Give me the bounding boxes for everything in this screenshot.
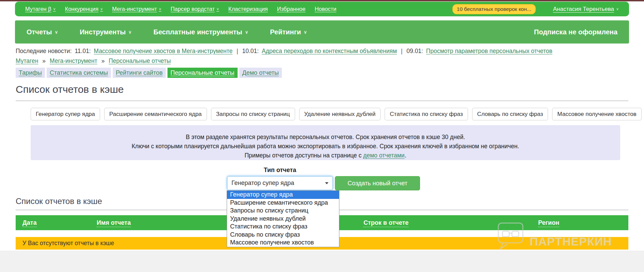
breadcrumb-link-personal-reports[interactable]: Персональные отчеты: [109, 57, 171, 64]
breadcrumb: Мутаген » Мега-инструмент » Персональные…: [16, 57, 424, 65]
news-date: 10.01:: [242, 48, 259, 54]
breadcrumb-link-mega-instrument[interactable]: Мега-инструмент: [50, 57, 97, 64]
tab-statistika-sistemy[interactable]: Статистика системы: [47, 68, 111, 78]
chevron-down-icon: [245, 30, 248, 35]
column-header-rows[interactable]: Строк в отчете: [364, 219, 408, 227]
chevron-down-icon: [216, 7, 219, 11]
topnav-item-parser-wordstat[interactable]: Парсер вордстат: [171, 6, 219, 12]
info-line-1: В этом разделе хранятся результаты персо…: [31, 133, 620, 142]
news-link[interactable]: Просмотр параметров персональных отчетов: [426, 48, 552, 54]
mainnav-item-reitingi[interactable]: Рейтинги: [270, 28, 307, 36]
user-menu[interactable]: Анастасия Терентьева: [553, 6, 619, 13]
tab-demo-otchety[interactable]: Демо отчеты: [239, 68, 282, 78]
info-box: В этом разделе хранятся результаты персо…: [31, 125, 620, 160]
breadcrumb-separator: »: [101, 57, 105, 64]
report-btn-massovoe-poluchenie[interactable]: Массовое получение хвостов: [552, 108, 641, 120]
top-navbar: Мутаген β Конкуренция Мега-инструмент Па…: [15, 2, 629, 16]
report-btn-rasshirenie-yadra[interactable]: Расширение семантического ядра: [104, 108, 207, 120]
chevron-down-icon: [55, 30, 58, 35]
topnav-label: Мутаген β: [25, 6, 51, 12]
topnav-item-novosti[interactable]: Новости: [315, 6, 336, 12]
chevron-down-icon: [53, 7, 56, 11]
report-btn-statistika-fraz[interactable]: Статистика по списку фраз: [385, 108, 468, 120]
dropdown-option-slovar-fraz[interactable]: Словарь по списку фраз: [227, 231, 339, 239]
mainnav-label: Бесплатные инструменты: [154, 28, 242, 36]
section-tabs: Тарифы Статистика системы Рейтинги сайто…: [16, 68, 282, 78]
info-line-3-suffix: .: [405, 152, 406, 159]
partnerkin-watermark: ПАРТНЕРКИН: [496, 222, 612, 250]
column-header-report-name[interactable]: Имя отчета: [97, 219, 131, 227]
topnav-item-klasterizacia[interactable]: Кластеризация: [228, 6, 268, 12]
section-title: Список отчетов в кэше: [16, 197, 102, 206]
news-date: 11.01:: [75, 48, 91, 54]
create-report-button[interactable]: Создать новый отчет: [335, 176, 420, 190]
latest-news-line: Последние новости: 11.01: Массовое получ…: [16, 48, 628, 55]
mainnav-label: Инструменты: [80, 28, 126, 36]
dropdown-option-zaprosy-po-spisku[interactable]: Запросы по списку страниц: [227, 207, 339, 215]
mainnav-label: Рейтинги: [270, 28, 301, 36]
chevron-down-icon: [304, 30, 307, 35]
user-name: Анастасия Терентьева: [553, 6, 614, 13]
dropdown-option-generator-super-yadra[interactable]: Генератор супер ядра: [227, 191, 339, 199]
info-line-3: Примеры отчетов доступны на странице с д…: [31, 151, 620, 160]
watermark-text: ПАРТНЕРКИН: [530, 235, 612, 248]
dropdown-option-udalenie-dublej[interactable]: Удаление неявных дублей: [227, 215, 339, 223]
column-header-date[interactable]: Дата: [22, 219, 37, 227]
main-navbar: Отчеты Инструменты Бесплатные инструмент…: [15, 20, 629, 44]
topnav-item-mutagen[interactable]: Мутаген β: [25, 6, 56, 12]
chevron-down-icon: [159, 7, 161, 11]
mainnav-item-instrumenty[interactable]: Инструменты: [80, 28, 132, 36]
page-title: Список отчетов в кэше: [16, 84, 628, 101]
select-caret-icon: [325, 182, 328, 184]
info-line-2: Ключи с которыми планируется дальнейшая …: [31, 142, 620, 151]
tab-personalnye-otchety[interactable]: Персональные отчеты: [167, 68, 238, 78]
report-btn-zaprosy-po-spisku[interactable]: Запросы по списку страниц: [211, 108, 295, 120]
dropdown-option-massovoe-poluchenie[interactable]: Массовое получение хвостов: [227, 239, 339, 247]
chevron-down-icon: [128, 30, 132, 35]
report-btn-slovar-fraz[interactable]: Словарь по списку фраз: [472, 108, 548, 120]
mainnav-label: Отчеты: [27, 28, 52, 36]
breadcrumb-link-mutagen[interactable]: Мутаген: [16, 57, 38, 64]
topnav-label: Мега-инструмент: [112, 6, 157, 12]
free-checks-badge[interactable]: 10 бесплатных проверок кон...: [452, 4, 536, 14]
dropdown-option-rasshirenie-yadra[interactable]: Расширение семантического ядра: [227, 199, 339, 207]
topnav-item-izbrannoe[interactable]: Избранное: [277, 6, 306, 12]
news-link[interactable]: Массовое получение хвостов в Мега-инстру…: [94, 48, 233, 54]
tab-reitingi-saitov[interactable]: Рейтинги сайтов: [113, 68, 166, 78]
topnav-label: Кластеризация: [228, 6, 268, 12]
tab-tarify[interactable]: Тарифы: [16, 68, 45, 78]
news-separator: |: [237, 48, 238, 54]
demo-reports-link[interactable]: демо отчетами: [363, 152, 405, 159]
report-btn-udalenie-dublej[interactable]: Удаление неявных дублей: [299, 108, 381, 120]
topnav-item-konkurencia[interactable]: Конкуренция: [65, 6, 103, 12]
topnav-item-mega-instrument[interactable]: Мега-инструмент: [112, 6, 161, 12]
selected-option-text: Генератор супер ядра: [231, 180, 325, 187]
report-btn-generator-super-yadra[interactable]: Генератор супер ядра: [31, 108, 100, 120]
topnav-label: Парсер вордстат: [171, 6, 215, 12]
subscription-status: Подписка не оформлена: [534, 28, 617, 36]
report-type-select[interactable]: Генератор супер ядра: [227, 176, 333, 190]
news-date: 09.01:: [406, 48, 423, 54]
mainnav-item-otchety[interactable]: Отчеты: [27, 28, 58, 36]
info-line-3-prefix: Примеры отчетов доступны на странице с: [244, 152, 363, 159]
mainnav-item-besplatnye[interactable]: Бесплатные инструменты: [154, 28, 248, 36]
breadcrumb-separator: »: [42, 57, 46, 64]
topnav-label: Конкуренция: [65, 6, 98, 12]
topnav-label: Новости: [315, 6, 336, 12]
report-type-dropdown: Генератор супер ядра Расширение семантич…: [227, 190, 339, 247]
page: Мутаген β Конкуренция Мега-инструмент Па…: [0, 0, 644, 272]
news-separator: |: [401, 48, 403, 54]
partnerkin-logo-icon: [496, 222, 526, 250]
top-maroon-strip: [0, 0, 644, 1]
dropdown-option-statistika-fraz[interactable]: Статистика по списку фраз: [227, 223, 339, 231]
chevron-down-icon: [616, 7, 619, 11]
chevron-down-icon: [100, 7, 103, 11]
footer-strip: [0, 251, 644, 272]
news-link[interactable]: Адреса переходов по контекстным объявлен…: [262, 48, 397, 54]
news-prefix: Последние новости:: [16, 48, 72, 54]
report-type-buttons: Генератор супер ядра Расширение семантич…: [31, 108, 642, 120]
report-type-label: Тип отчета: [227, 167, 333, 174]
topnav-label: Избранное: [277, 6, 306, 12]
